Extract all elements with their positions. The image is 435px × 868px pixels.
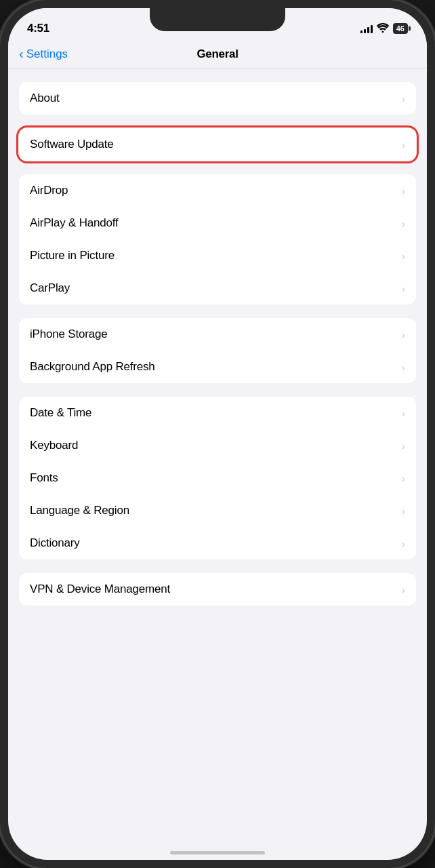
settings-row-vpn-device-mgmt[interactable]: VPN & Device Management ›	[19, 573, 416, 606]
back-chevron-icon: ‹	[19, 46, 24, 62]
settings-row-language-region[interactable]: Language & Region ›	[19, 494, 416, 527]
back-label: Settings	[26, 47, 68, 61]
settings-row-software-update[interactable]: Software Update ›	[19, 128, 416, 161]
settings-group-4: iPhone Storage › Background App Refresh …	[19, 318, 416, 383]
settings-group-3: AirDrop › AirPlay & Handoff › Picture in…	[19, 174, 416, 304]
vpn-device-mgmt-chevron-icon: ›	[402, 584, 405, 595]
language-region-label: Language & Region	[30, 504, 129, 517]
screen: 4:51 46	[8, 8, 427, 860]
settings-group-6: VPN & Device Management ›	[19, 573, 416, 606]
settings-row-dictionary[interactable]: Dictionary ›	[19, 527, 416, 559]
carplay-chevron-icon: ›	[402, 283, 405, 294]
settings-content: About › Software Update › AirDrop ›	[8, 68, 427, 849]
signal-bar-3	[367, 27, 369, 33]
back-button[interactable]: ‹ Settings	[19, 47, 68, 62]
software-update-chevron-icon: ›	[402, 139, 405, 151]
status-icons: 46	[360, 23, 408, 35]
settings-row-airplay-handoff[interactable]: AirPlay & Handoff ›	[19, 207, 416, 239]
nav-header: ‹ Settings General	[8, 42, 427, 68]
settings-row-date-time[interactable]: Date & Time ›	[19, 397, 416, 429]
settings-row-about[interactable]: About ›	[19, 82, 416, 115]
dictionary-chevron-icon: ›	[402, 538, 405, 549]
signal-bar-1	[360, 31, 362, 33]
settings-row-fonts[interactable]: Fonts ›	[19, 462, 416, 494]
page-title: General	[196, 47, 238, 61]
settings-row-keyboard[interactable]: Keyboard ›	[19, 429, 416, 462]
about-label: About	[30, 92, 59, 105]
date-time-chevron-icon: ›	[402, 408, 405, 419]
settings-group-1: About ›	[19, 82, 416, 115]
settings-row-picture-in-picture[interactable]: Picture in Picture ›	[19, 239, 416, 272]
airplay-handoff-chevron-icon: ›	[402, 218, 405, 229]
fonts-label: Fonts	[30, 471, 58, 485]
date-time-label: Date & Time	[30, 406, 91, 420]
signal-bar-4	[371, 25, 373, 33]
carplay-label: CarPlay	[30, 281, 70, 295]
signal-bar-2	[364, 29, 366, 33]
settings-row-airdrop[interactable]: AirDrop ›	[19, 174, 416, 207]
airplay-handoff-label: AirPlay & Handoff	[30, 216, 118, 230]
status-time: 4:51	[27, 22, 49, 35]
language-region-chevron-icon: ›	[402, 505, 405, 517]
signal-bars-icon	[360, 24, 373, 33]
keyboard-label: Keyboard	[30, 439, 78, 452]
picture-in-picture-chevron-icon: ›	[402, 250, 405, 262]
dictionary-label: Dictionary	[30, 536, 80, 550]
fonts-chevron-icon: ›	[402, 473, 405, 484]
iphone-storage-chevron-icon: ›	[402, 329, 405, 340]
settings-row-carplay[interactable]: CarPlay ›	[19, 272, 416, 304]
phone-frame: 4:51 46	[0, 0, 435, 868]
about-chevron-icon: ›	[402, 93, 405, 104]
settings-row-iphone-storage[interactable]: iPhone Storage ›	[19, 318, 416, 351]
airdrop-chevron-icon: ›	[402, 185, 405, 197]
software-update-label: Software Update	[30, 138, 114, 151]
wifi-icon	[377, 23, 389, 35]
settings-group-5: Date & Time › Keyboard › Fonts › Languag…	[19, 397, 416, 559]
picture-in-picture-label: Picture in Picture	[30, 249, 115, 262]
airdrop-label: AirDrop	[30, 184, 68, 197]
home-indicator	[170, 851, 265, 854]
background-app-refresh-label: Background App Refresh	[30, 360, 155, 374]
background-app-refresh-chevron-icon: ›	[402, 361, 405, 373]
settings-row-background-app-refresh[interactable]: Background App Refresh ›	[19, 351, 416, 383]
notch	[150, 8, 285, 31]
vpn-device-mgmt-label: VPN & Device Management	[30, 583, 170, 596]
keyboard-chevron-icon: ›	[402, 440, 405, 452]
battery-icon: 46	[393, 23, 408, 34]
iphone-storage-label: iPhone Storage	[30, 328, 107, 341]
settings-group-software-update: Software Update ›	[19, 128, 416, 161]
